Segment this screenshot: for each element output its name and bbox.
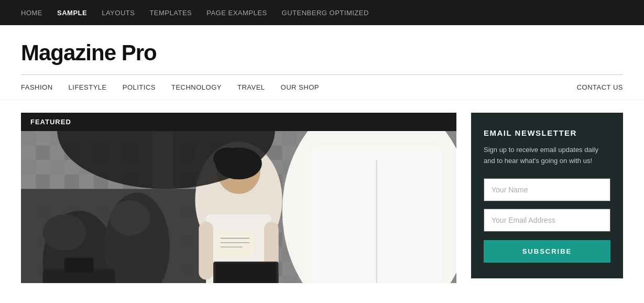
nav-politics[interactable]: POLITICS [123, 83, 156, 91]
newsletter-box: EMAIL NEWSLETTER Sign up to receive emai… [471, 113, 623, 278]
nav-technology[interactable]: TECHNOLOGY [171, 83, 222, 91]
newsletter-description: Sign up to receive email updates daily a… [484, 145, 610, 167]
newsletter-title: EMAIL NEWSLETTER [484, 128, 610, 137]
nav-sample[interactable]: SAMPLE [57, 9, 87, 17]
secondary-navigation: FASHION LIFESTYLE POLITICS TECHNOLOGY TR… [0, 75, 644, 100]
nav-fashion[interactable]: FASHION [21, 83, 53, 91]
svg-rect-26 [217, 233, 253, 258]
nav-home[interactable]: HOME [21, 9, 42, 17]
name-input[interactable] [484, 178, 610, 201]
svg-rect-25 [151, 131, 173, 189]
nav-contact-us[interactable]: CONTACT US [577, 83, 623, 91]
nav-our-shop[interactable]: OUR SHOP [281, 83, 319, 91]
email-input[interactable] [484, 209, 610, 232]
site-header: Magazine Pro [0, 25, 644, 75]
svg-rect-11 [64, 258, 93, 273]
nav-layouts[interactable]: LAYOUTS [102, 9, 135, 17]
sidebar: EMAIL NEWSLETTER Sign up to receive emai… [471, 113, 623, 283]
subscribe-button[interactable]: SUBSCRIBE [484, 240, 610, 263]
svg-rect-17 [199, 222, 213, 280]
nav-page-examples[interactable]: PAGE EXAMPLES [206, 9, 267, 17]
featured-label: FEATURED [21, 113, 456, 131]
nav-travel[interactable]: TRAVEL [237, 83, 265, 91]
main-content: FEATURED [0, 100, 644, 296]
site-title: Magazine Pro [21, 41, 623, 65]
featured-image-svg [21, 131, 456, 283]
secondary-nav-links: FASHION LIFESTYLE POLITICS TECHNOLOGY TR… [21, 83, 577, 91]
top-navigation: HOME SAMPLE LAYOUTS TEMPLATES PAGE EXAMP… [0, 0, 644, 25]
svg-point-7 [43, 214, 86, 251]
featured-image [21, 131, 456, 283]
nav-lifestyle[interactable]: LIFESTYLE [69, 83, 107, 91]
nav-templates[interactable]: TEMPLATES [149, 9, 192, 17]
svg-rect-20 [215, 263, 276, 283]
svg-point-9 [110, 201, 150, 235]
featured-section: FEATURED [21, 113, 456, 283]
nav-gutenberg[interactable]: GUTENBERG OPTIMIZED [282, 9, 369, 17]
